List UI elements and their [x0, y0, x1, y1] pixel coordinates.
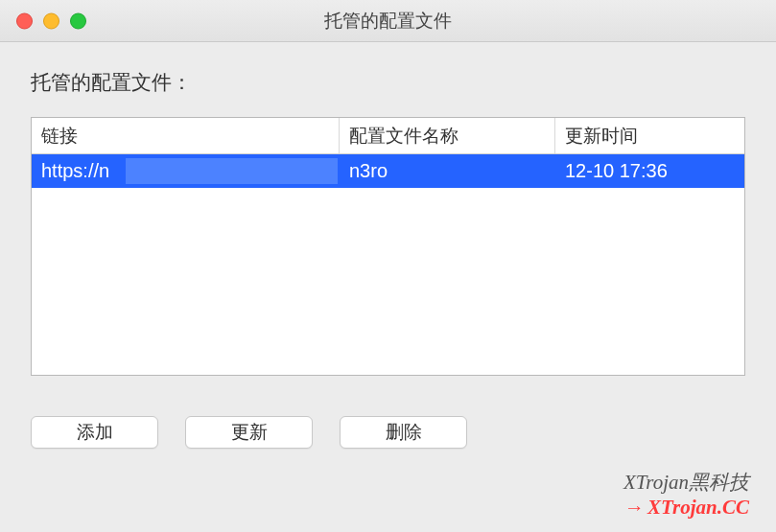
minimize-icon[interactable] [43, 12, 59, 29]
cell-name: n3ro [340, 156, 555, 186]
arrow-icon: → [623, 496, 644, 519]
window-title: 托管的配置文件 [0, 9, 776, 34]
url-text: https://n [41, 160, 109, 182]
delete-button[interactable]: 删除 [340, 416, 467, 449]
watermark: XTrojan黑科技 →XTrojan.CC [623, 470, 749, 520]
section-label: 托管的配置文件： [31, 69, 745, 96]
url-redaction-mask [126, 158, 338, 184]
cell-url: https://n [32, 156, 340, 186]
table-header: 链接 配置文件名称 更新时间 [32, 118, 744, 154]
watermark-line2: →XTrojan.CC [623, 495, 749, 520]
button-row: 添加 更新 删除 [31, 416, 745, 449]
column-header-time[interactable]: 更新时间 [555, 118, 744, 153]
add-button[interactable]: 添加 [31, 416, 158, 449]
titlebar: 托管的配置文件 [0, 0, 776, 42]
content-area: 托管的配置文件： 链接 配置文件名称 更新时间 https://n n3ro 1… [0, 42, 776, 449]
column-header-name[interactable]: 配置文件名称 [340, 118, 555, 153]
column-header-url[interactable]: 链接 [32, 118, 340, 153]
table-body: https://n n3ro 12-10 17:36 [32, 154, 744, 375]
maximize-icon[interactable] [70, 12, 86, 29]
cell-time: 12-10 17:36 [555, 156, 744, 186]
close-icon[interactable] [16, 12, 33, 29]
update-button[interactable]: 更新 [185, 416, 313, 449]
table-row[interactable]: https://n n3ro 12-10 17:36 [32, 154, 744, 188]
watermark-line1: XTrojan黑科技 [623, 470, 749, 495]
watermark-url: XTrojan.CC [647, 496, 749, 519]
traffic-lights [16, 12, 86, 29]
profiles-table: 链接 配置文件名称 更新时间 https://n n3ro 12-10 17:3… [31, 117, 745, 376]
